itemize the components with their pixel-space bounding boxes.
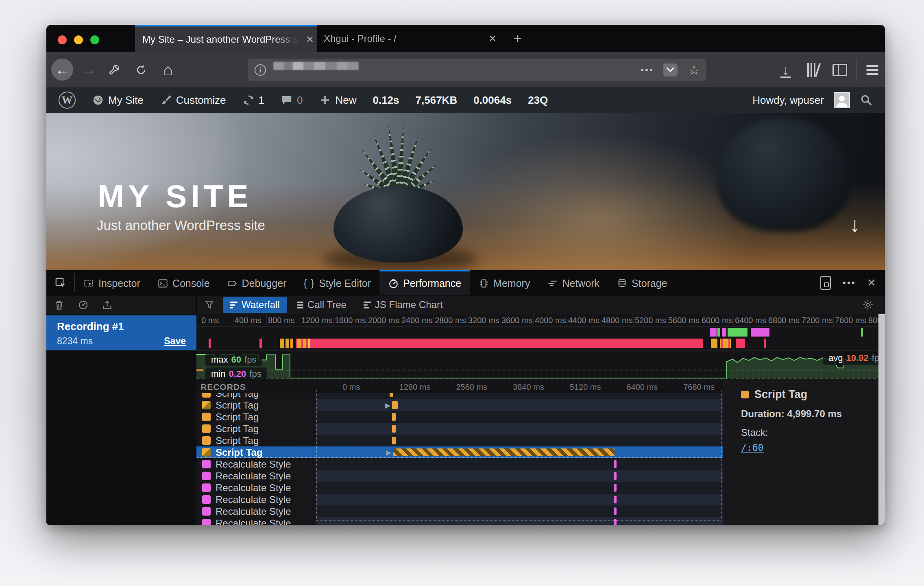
devtools-tab-performance[interactable]: Performance: [379, 270, 470, 295]
expander-icon[interactable]: ▶: [386, 448, 391, 457]
record-row-style[interactable]: Recalculate Style: [196, 482, 723, 494]
tab-label: Inspector: [98, 278, 140, 289]
adminbar-howdy[interactable]: Howdy, wpuser: [752, 94, 824, 107]
reload-button[interactable]: [132, 52, 150, 87]
performance-toolbar: WaterfallCall TreeJS Flame Chart: [46, 295, 885, 314]
record-marker: [392, 437, 396, 444]
library-button[interactable]: [804, 52, 822, 87]
record-row-script[interactable]: Script Tag▶: [196, 399, 723, 411]
adminbar-comments[interactable]: 0: [281, 94, 303, 107]
home-button[interactable]: ⌂: [159, 52, 177, 87]
record-marker: [614, 519, 617, 525]
ruler-tick-label: 7200 ms: [802, 316, 833, 325]
records-ruler-label: 7680 ms: [683, 383, 715, 392]
devtools-close-icon[interactable]: ✕: [867, 276, 876, 289]
view-tab-call-tree[interactable]: Call Tree: [290, 297, 354, 313]
style-marker-icon: [202, 507, 211, 516]
view-tab-waterfall[interactable]: Waterfall: [223, 297, 287, 313]
save-recording-link[interactable]: Save: [164, 336, 186, 347]
record-row-style[interactable]: Recalculate Style: [196, 517, 723, 525]
back-button[interactable]: ←: [51, 59, 73, 81]
tab-title: My Site – Just another WordPress si: [142, 34, 303, 45]
devtools-tab-debugger[interactable]: Debugger: [218, 270, 295, 295]
record-performance-icon[interactable]: [78, 300, 89, 310]
close-window-button[interactable]: [58, 35, 67, 44]
records-title: RECORDS: [200, 382, 246, 392]
record-row-style[interactable]: Recalculate Style: [196, 470, 723, 482]
records-list[interactable]: Script TagScript Tag▶Script TagScript Ta…: [196, 393, 723, 525]
site-info-icon[interactable]: i: [255, 64, 266, 76]
timeline-ruler[interactable]: 0 ms400 ms800 ms1200 ms1600 ms2000 ms240…: [196, 314, 885, 327]
record-row-script[interactable]: Script Tag: [196, 411, 723, 423]
menu-button[interactable]: [862, 52, 883, 87]
record-row-script[interactable]: Script Tag: [196, 393, 723, 399]
record-marker: [614, 472, 617, 480]
forward-button[interactable]: →: [79, 52, 98, 87]
record-row-style[interactable]: Recalculate Style: [196, 494, 723, 505]
search-icon[interactable]: [860, 94, 873, 107]
record-row-style[interactable]: Recalculate Style: [196, 458, 723, 470]
downloads-button[interactable]: ↓: [776, 52, 795, 87]
page-tools-button[interactable]: [105, 52, 124, 87]
new-tab-button[interactable]: +: [510, 31, 525, 46]
view-tab-icon: [364, 302, 371, 308]
adminbar-site-name[interactable]: My Site: [92, 94, 144, 107]
devtools-tab-network[interactable]: Network: [538, 270, 608, 295]
sidebars-button[interactable]: [830, 52, 849, 87]
overview-segment-pink: [764, 339, 766, 348]
overview-segment-violet: [751, 328, 769, 337]
record-row-script[interactable]: Script Tag: [196, 435, 723, 446]
style-marker-icon: [202, 472, 211, 480]
dock-options-icon[interactable]: [820, 276, 831, 290]
toolbar-separator: [196, 295, 197, 314]
ruler-tick-label: 5600 ms: [668, 316, 700, 325]
minimize-window-button[interactable]: [74, 35, 83, 44]
pocket-icon[interactable]: [663, 63, 678, 77]
devtools-tab-memory[interactable]: Memory: [470, 270, 538, 295]
avatar[interactable]: [834, 92, 850, 108]
settings-gear-icon[interactable]: [862, 299, 874, 310]
devtools-tab-style-editor[interactable]: { }Style Editor: [295, 270, 379, 295]
site-tagline: Just another WordPress site: [97, 218, 265, 233]
record-marker: [392, 425, 396, 433]
tab-close-icon[interactable]: ✕: [303, 34, 317, 45]
expander-icon[interactable]: ▶: [385, 401, 390, 410]
page-actions-icon[interactable]: [641, 69, 652, 71]
view-tab-js-flame-chart[interactable]: JS Flame Chart: [356, 297, 450, 313]
zoom-window-button[interactable]: [90, 35, 99, 44]
framerate-graph[interactable]: max60fps min0.20fps avg19.92fps: [196, 350, 885, 380]
devtools-tab-inspector[interactable]: Inspector: [75, 270, 149, 295]
ruler-tick-label: 400 ms: [235, 316, 262, 325]
tab-close-icon[interactable]: ✕: [485, 33, 500, 44]
wp-logo-button[interactable]: W: [59, 92, 76, 109]
ruler-tick-label: 2400 ms: [401, 316, 433, 325]
devtools-meatball-menu-icon[interactable]: [843, 282, 854, 284]
stack-source-link[interactable]: /:60: [741, 442, 878, 453]
adminbar-updates[interactable]: 1: [242, 94, 264, 107]
filter-icon[interactable]: [204, 300, 215, 310]
page-scrollbar[interactable]: [878, 314, 885, 525]
clear-recordings-trash-icon[interactable]: [54, 300, 65, 310]
adminbar-stat-dbtime: 0.0064s: [473, 94, 512, 107]
url-bar[interactable]: i ☆: [248, 59, 706, 81]
devtools-tab-storage[interactable]: Storage: [608, 270, 676, 295]
tab-my-site[interactable]: My Site – Just another WordPress si ✕: [135, 25, 317, 52]
scroll-down-arrow[interactable]: ↓: [850, 212, 860, 236]
adminbar-customize[interactable]: Customize: [160, 94, 226, 107]
recording-item[interactable]: Recording #1 8234 ms Save: [46, 315, 196, 350]
comment-bubble-icon: [281, 94, 293, 106]
record-row-style[interactable]: Recalculate Style: [196, 505, 723, 517]
record-row-script[interactable]: Script Tag: [196, 423, 723, 435]
overview-graph[interactable]: [196, 327, 885, 350]
tab-xhgui[interactable]: Xhgui - Profile - / ✕: [317, 25, 500, 52]
record-label: Script Tag: [216, 411, 259, 423]
fps-avg-label: avg19.92fps: [823, 352, 885, 365]
record-row-script[interactable]: Script Tag▶: [196, 446, 723, 458]
bookmark-star-icon[interactable]: ☆: [688, 62, 700, 78]
devtools-tab-console[interactable]: Console: [149, 270, 218, 295]
adminbar-new[interactable]: New: [319, 94, 356, 107]
records-ruler-label: 5120 ms: [570, 383, 601, 392]
import-recording-icon[interactable]: [102, 300, 113, 310]
node-picker-button[interactable]: [46, 273, 75, 292]
overview-segment-yellow: [308, 339, 310, 348]
